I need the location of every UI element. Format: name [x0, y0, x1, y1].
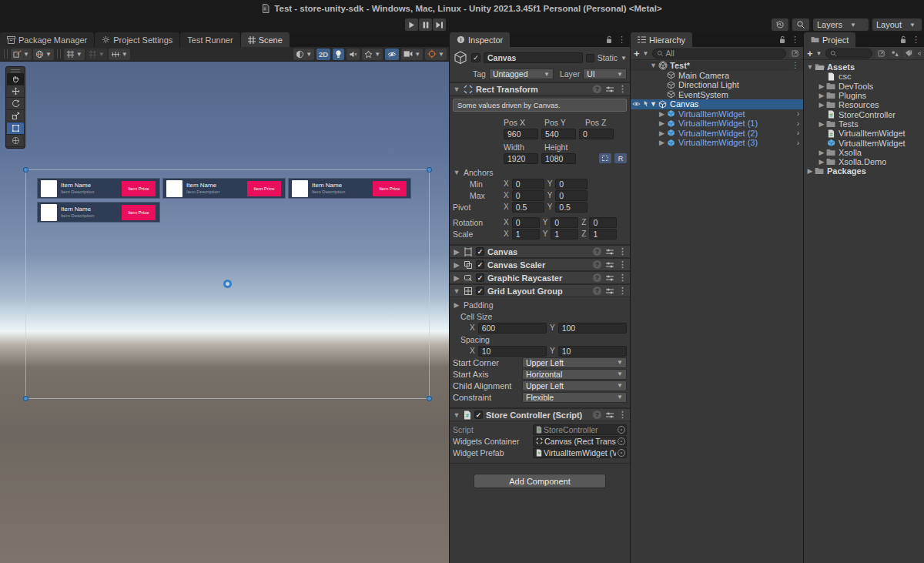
kebab-menu-icon[interactable]: ⋮ [618, 411, 627, 419]
foldout-arrow[interactable]: ▶ [818, 149, 825, 156]
rect-transform-header[interactable]: ▼ Rect Transform ? ⋮ [450, 82, 630, 96]
script-object-field[interactable]: # StoreController [533, 424, 627, 435]
kebab-menu-icon[interactable]: ⋮ [792, 62, 799, 69]
foldout-arrow[interactable]: ▶ [453, 248, 460, 256]
active-checkbox[interactable]: ✓ [471, 53, 480, 62]
item-price-button[interactable]: Item Price [247, 181, 281, 196]
scene-viewport[interactable]: Item NameItem Description Item Price Ite… [0, 62, 449, 563]
spacing-y-field[interactable]: 10 [558, 346, 627, 357]
kebab-menu-icon[interactable]: ⋮ [791, 35, 799, 44]
widgets-container-object-field[interactable]: Canvas (Rect Transfor [533, 436, 627, 447]
hierarchy-item-virtualitemwidget-2[interactable]: ▶ VirtualItemWidget (2) › [631, 129, 803, 139]
2d-toggle[interactable]: 2D [316, 49, 330, 60]
chevron-down-icon[interactable]: ▼ [621, 55, 627, 62]
project-search-input[interactable] [825, 49, 872, 59]
resize-handle-top-left[interactable] [23, 167, 28, 173]
grid-layout-group-header[interactable]: ▼ ✓ Grid Layout Group ?⋮ [450, 284, 630, 297]
foldout-arrow[interactable]: ▶ [818, 82, 825, 90]
pivot-y-field[interactable]: 0.5 [555, 202, 588, 213]
eye-icon[interactable] [632, 101, 641, 107]
kebab-menu-icon[interactable]: ⋮ [912, 35, 920, 44]
lock-icon[interactable] [778, 35, 786, 44]
tab-project-settings[interactable]: Project Settings [95, 32, 179, 47]
anchor-min-x-field[interactable]: 0 [512, 179, 544, 189]
search-button[interactable] [792, 18, 809, 31]
add-component-button[interactable]: Add Component [474, 474, 606, 488]
grid-visibility-button[interactable]: ▼ [86, 49, 107, 60]
layout-dropdown[interactable]: Layout▼ [872, 18, 922, 31]
cell-size-x-field[interactable]: 600 [478, 323, 547, 333]
project-item-devtools[interactable]: ▶ DevTools [804, 82, 924, 91]
prefab-open-chevron[interactable]: › [797, 129, 799, 137]
prefab-open-chevron[interactable]: › [797, 109, 799, 118]
help-icon[interactable]: ? [593, 273, 601, 282]
effects-button[interactable]: ▼ [362, 49, 383, 60]
scale-x-field[interactable]: 1 [512, 229, 540, 240]
presets-icon[interactable] [606, 274, 614, 282]
project-item-tests[interactable]: ▶ Tests [804, 119, 924, 129]
graphic-raycaster-component-header[interactable]: ▶ ✓ Graphic Raycaster ?⋮ [450, 271, 630, 284]
help-icon[interactable]: ? [593, 247, 601, 256]
project-item-packages[interactable]: ▶ Packages [804, 166, 924, 176]
foldout-arrow[interactable]: ▶ [658, 129, 666, 137]
foldout-arrow[interactable]: ▼ [453, 169, 460, 176]
resize-handle-bottom-left[interactable] [23, 396, 28, 401]
hierarchy-item-directional-light[interactable]: Directional Light [631, 80, 803, 90]
resize-handle-bottom-right[interactable] [427, 396, 432, 401]
toolbar-grip[interactable] [4, 49, 8, 59]
virtual-item-widget[interactable]: Item NameItem Description Item Price [37, 178, 160, 199]
move-tool[interactable] [7, 85, 24, 98]
blueprint-mode-button[interactable] [599, 153, 611, 163]
project-item-virtualitemwidget-script[interactable]: # VirtualItemWidget [804, 129, 924, 138]
object-picker-icon[interactable] [618, 449, 625, 457]
kebab-menu-icon[interactable]: ⋮ [618, 287, 627, 295]
virtual-item-widget[interactable]: Item NameItem Description Item Price [288, 178, 411, 199]
rotate-tool[interactable] [7, 98, 24, 110]
component-enabled-checkbox[interactable]: ✓ [476, 260, 484, 269]
grid-snap-button[interactable]: ▼ [64, 49, 85, 60]
palette-grip[interactable] [7, 68, 24, 73]
step-button[interactable] [433, 18, 446, 31]
tab-package-manager[interactable]: Package Manager [0, 32, 94, 47]
layers-dropdown[interactable]: Layers▼ [813, 18, 869, 31]
foldout-arrow[interactable]: ▼ [649, 62, 658, 69]
canvas-scaler-component-header[interactable]: ▶ ✓ Canvas Scaler ?⋮ [450, 258, 630, 271]
foldout-arrow[interactable]: ▶ [453, 274, 460, 282]
spacing-x-field[interactable]: 10 [478, 346, 547, 357]
snap-increment-button[interactable]: ▼ [109, 49, 130, 60]
hierarchy-item-virtualitemwidget-1[interactable]: ▶ VirtualItemWidget (1) › [631, 119, 803, 129]
hierarchy-scene-row[interactable]: ▼ Test* ⋮ [631, 61, 803, 71]
hierarchy-item-canvas[interactable]: ▼ Canvas [631, 99, 803, 109]
kebab-menu-icon[interactable]: ⋮ [618, 260, 627, 269]
component-enabled-checkbox[interactable]: ✓ [476, 273, 484, 282]
rotation-x-field[interactable]: 0 [512, 217, 540, 228]
project-item-xsolla-demo[interactable]: ▶ Xsolla.Demo [804, 157, 924, 166]
project-item-storecontroller[interactable]: # StoreController [804, 109, 924, 119]
pick-hand-icon[interactable] [642, 100, 649, 108]
project-item-assets[interactable]: ▼ Assets [804, 62, 924, 72]
item-price-button[interactable]: Item Price [122, 181, 156, 196]
scale-y-field[interactable]: 1 [551, 229, 578, 240]
pos-z-field[interactable]: 0 [579, 129, 614, 139]
presets-icon[interactable] [606, 261, 614, 269]
tab-scene[interactable]: Scene [241, 32, 290, 47]
height-field[interactable]: 1080 [541, 153, 576, 164]
item-price-button[interactable]: Item Price [122, 205, 156, 220]
lock-icon[interactable] [605, 35, 613, 44]
foldout-arrow[interactable]: ▶ [818, 101, 825, 109]
presets-icon[interactable] [606, 85, 614, 93]
kebab-menu-icon[interactable]: ⋮ [618, 273, 627, 282]
chevron-down-icon[interactable]: ▼ [643, 50, 649, 57]
view-hand-tool[interactable] [7, 73, 24, 85]
chevron-down-icon[interactable]: ▼ [816, 50, 822, 57]
create-button[interactable]: + [634, 49, 640, 59]
create-button[interactable]: + [807, 49, 813, 59]
search-by-type-icon[interactable] [875, 49, 886, 59]
foldout-arrow[interactable]: ▼ [453, 287, 460, 295]
start-corner-dropdown[interactable]: Upper Left▼ [522, 357, 627, 368]
search-by-label-icon[interactable] [903, 49, 914, 59]
virtual-item-widget[interactable]: Item NameItem Description Item Price [37, 202, 160, 223]
child-alignment-dropdown[interactable]: Upper Left▼ [522, 380, 627, 391]
pivot-x-field[interactable]: 0.5 [512, 202, 544, 213]
foldout-arrow[interactable]: ▶ [453, 301, 460, 309]
